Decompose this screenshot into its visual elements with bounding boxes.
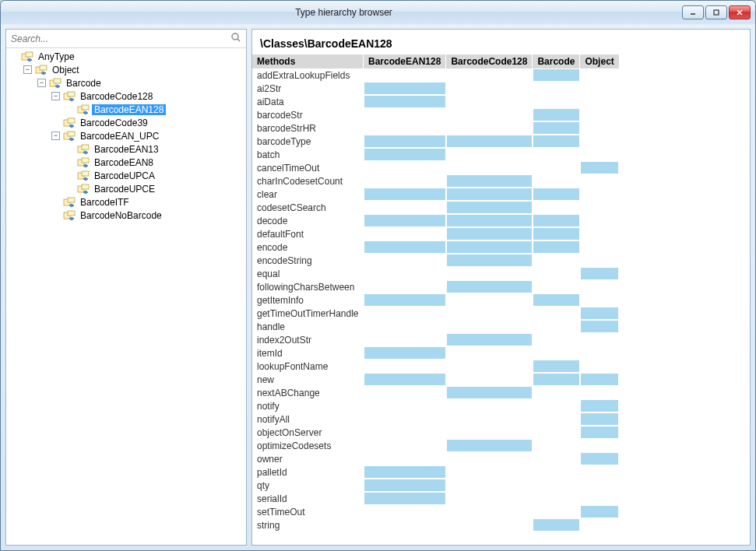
- method-name-cell: new: [252, 373, 364, 386]
- table-row[interactable]: nextABChange: [252, 386, 619, 399]
- table-row[interactable]: decode: [252, 214, 619, 227]
- table-row[interactable]: index2OutStr: [252, 333, 619, 346]
- table-row[interactable]: aiData: [252, 95, 619, 108]
- override-marker: [447, 334, 532, 346]
- table-row[interactable]: barcodeStrHR: [252, 121, 619, 135]
- methods-grid[interactable]: MethodsBarcodeEAN128BarcodeCode128Barcod…: [252, 54, 750, 545]
- column-header[interactable]: BarcodeEAN128: [364, 54, 446, 68]
- search-icon[interactable]: [230, 32, 241, 45]
- table-row[interactable]: notify: [252, 399, 619, 412]
- tree-node[interactable]: BarcodeEAN128: [6, 103, 246, 116]
- table-row[interactable]: barcodeStr: [252, 108, 619, 121]
- tree-node[interactable]: −Barcode: [6, 76, 246, 89]
- table-row[interactable]: setTimeOut: [252, 505, 619, 518]
- collapse-icon[interactable]: −: [51, 132, 60, 140]
- tree-node[interactable]: BarcodeEAN13: [6, 142, 246, 156]
- tree-label[interactable]: BarcodeCode39: [78, 118, 150, 128]
- table-row[interactable]: followingCharsBetween: [252, 280, 619, 293]
- tree-label[interactable]: Barcode: [64, 78, 104, 89]
- tree-label[interactable]: BarcodeEAN_UPC: [78, 131, 161, 142]
- tree-label[interactable]: BarcodeEAN128: [92, 104, 166, 115]
- table-row[interactable]: codesetCSearch: [252, 201, 619, 214]
- tree-spacer: [65, 184, 74, 193]
- override-marker: [364, 479, 445, 491]
- table-row[interactable]: string: [252, 518, 619, 532]
- table-row[interactable]: getItemInfo: [252, 293, 619, 307]
- table-row[interactable]: palletId: [252, 465, 619, 479]
- search-input[interactable]: [11, 33, 230, 44]
- collapse-icon[interactable]: −: [51, 92, 60, 100]
- override-marker: [364, 466, 445, 478]
- tree-label[interactable]: Object: [50, 65, 82, 75]
- collapse-icon[interactable]: −: [23, 65, 32, 74]
- tree-node[interactable]: BarcodeNoBarcode: [6, 209, 246, 222]
- override-marker: [581, 374, 618, 385]
- column-header[interactable]: Object: [580, 54, 619, 68]
- collapse-icon[interactable]: −: [37, 79, 46, 87]
- tree-label[interactable]: BarcodeUPCA: [92, 170, 157, 181]
- tree-label[interactable]: AnyType: [36, 51, 77, 62]
- override-cell: [446, 214, 533, 227]
- table-row[interactable]: batch: [252, 148, 619, 161]
- table-row[interactable]: notifyAll: [252, 412, 619, 426]
- override-cell: [533, 333, 580, 346]
- tree-label[interactable]: BarcodeITF: [78, 197, 132, 208]
- table-row[interactable]: new: [252, 373, 619, 386]
- maximize-icon: [712, 9, 720, 16]
- table-row[interactable]: itemId: [252, 346, 619, 360]
- override-marker: [581, 400, 618, 412]
- table-row[interactable]: qty: [252, 479, 619, 492]
- svg-rect-13: [54, 79, 61, 83]
- method-name-cell: getItemInfo: [252, 293, 364, 307]
- tree-node[interactable]: BarcodeEAN8: [6, 156, 246, 169]
- tree-label[interactable]: BarcodeEAN13: [92, 144, 161, 155]
- table-row[interactable]: objectOnServer: [252, 426, 619, 439]
- maximize-button[interactable]: [705, 5, 727, 19]
- tree-node[interactable]: BarcodeUPCE: [6, 182, 246, 195]
- tree-node[interactable]: −BarcodeEAN_UPC: [6, 129, 246, 142]
- tree-label[interactable]: BarcodeEAN8: [92, 157, 156, 168]
- tree-node[interactable]: BarcodeUPCA: [6, 169, 246, 182]
- table-row[interactable]: getTimeOutTimerHandle: [252, 307, 619, 320]
- column-header[interactable]: Methods: [252, 54, 364, 68]
- method-name-cell: barcodeStr: [252, 108, 364, 121]
- table-row[interactable]: ai2Str: [252, 82, 619, 95]
- tree-node[interactable]: −Object: [6, 63, 246, 76]
- table-row[interactable]: lookupFontName: [252, 360, 619, 373]
- type-tree[interactable]: AnyType−Object−Barcode−BarcodeCode128Bar…: [6, 48, 246, 545]
- close-button[interactable]: [729, 5, 751, 19]
- override-cell: [364, 267, 446, 280]
- table-row[interactable]: barcodeType: [252, 135, 619, 148]
- tree-node[interactable]: −BarcodeCode128: [6, 89, 246, 103]
- override-marker: [581, 413, 618, 425]
- table-row[interactable]: defaultFont: [252, 227, 619, 240]
- tree-label[interactable]: BarcodeCode128: [78, 91, 155, 102]
- table-row[interactable]: serialId: [252, 492, 619, 505]
- tree-label[interactable]: BarcodeUPCE: [92, 184, 157, 195]
- table-row[interactable]: equal: [252, 267, 619, 280]
- override-marker: [533, 109, 579, 121]
- titlebar[interactable]: Type hierarchy browser: [1, 1, 755, 24]
- tree-node[interactable]: BarcodeITF: [6, 195, 246, 209]
- override-marker: [581, 307, 618, 319]
- override-cell: [364, 254, 446, 267]
- tree-label[interactable]: BarcodeNoBarcode: [78, 210, 164, 221]
- override-cell: [446, 161, 533, 174]
- tree-node[interactable]: AnyType: [6, 50, 246, 63]
- column-header[interactable]: BarcodeCode128: [446, 54, 533, 68]
- table-row[interactable]: handle: [252, 320, 619, 333]
- table-row[interactable]: optimizeCodesets: [252, 439, 619, 452]
- override-cell: [446, 82, 533, 95]
- table-row[interactable]: encode: [252, 240, 619, 254]
- minimize-button[interactable]: [682, 5, 704, 19]
- table-row[interactable]: charInCodesetCount: [252, 174, 619, 188]
- tree-node[interactable]: BarcodeCode39: [6, 116, 246, 129]
- table-row[interactable]: owner: [252, 452, 619, 465]
- column-header[interactable]: Barcode: [533, 54, 580, 68]
- minimize-icon: [689, 9, 697, 16]
- table-row[interactable]: addExtraLookupFields: [252, 68, 619, 82]
- table-row[interactable]: encodeString: [252, 254, 619, 267]
- table-row[interactable]: cancelTimeOut: [252, 161, 619, 174]
- override-cell: [580, 108, 619, 121]
- table-row[interactable]: clear: [252, 188, 619, 201]
